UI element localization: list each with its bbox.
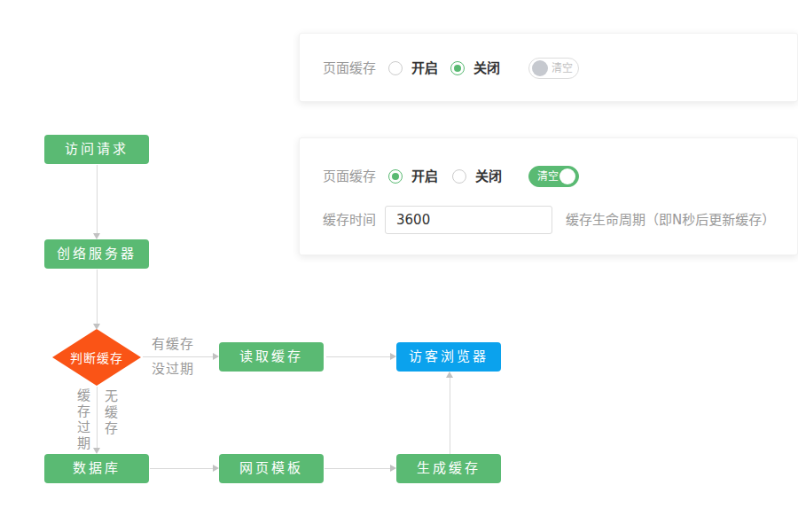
toggle-label: 清空	[537, 167, 559, 186]
radio-cache-off[interactable]: 关闭	[450, 59, 500, 77]
node-judge-cache: 判断缓存	[52, 329, 141, 386]
arrow-right-icon	[390, 465, 396, 472]
radio-cache-on[interactable]: 开启	[388, 168, 438, 185]
panel-page-cache-on: 页面缓存 开启 关闭 清空 缓存时间 缓存生命周期（即N秒后更新缓存）	[299, 137, 798, 255]
edge-label-has-cache: 有缓存	[152, 337, 194, 352]
page-cache-label: 页面缓存	[323, 59, 376, 77]
arrow-right-icon	[213, 353, 219, 360]
radio-label: 关闭	[475, 168, 502, 185]
node-visit-request: 访问请求	[44, 135, 149, 164]
node-read-cache: 读取缓存	[219, 342, 324, 372]
radio-circle-icon	[452, 169, 466, 184]
arrow-down-icon	[93, 233, 100, 239]
page-cache-label: 页面缓存	[323, 168, 376, 185]
node-generate-cache: 生成缓存	[396, 454, 501, 483]
edge-label-not-expired: 没过期	[152, 362, 194, 377]
radio-circle-icon	[450, 61, 465, 75]
connector-line	[97, 270, 98, 325]
radio-circle-icon	[388, 169, 403, 184]
arrow-down-icon	[93, 324, 100, 330]
arrow-down-icon	[93, 448, 100, 454]
node-server: 创络服务器	[44, 239, 149, 269]
connector-line	[325, 468, 391, 469]
connector-line	[97, 387, 98, 449]
node-web-template: 网页模板	[219, 454, 324, 483]
radio-cache-off[interactable]: 关闭	[452, 168, 502, 185]
radio-label: 关闭	[473, 59, 500, 77]
panel-page-cache-off: 页面缓存 开启 关闭 清空	[299, 33, 798, 102]
clear-cache-toggle[interactable]: 清空	[528, 58, 579, 79]
connector-line	[450, 378, 450, 454]
radio-label: 开启	[411, 168, 438, 185]
node-visitor-browser: 访客浏览器	[396, 342, 501, 372]
node-database: 数据库	[44, 454, 149, 483]
toggle-knob-icon	[559, 168, 575, 184]
arrow-right-icon	[390, 353, 396, 360]
edge-label-expired: 缓存过期	[74, 388, 90, 452]
cache-time-input[interactable]	[385, 206, 552, 234]
radio-cache-on[interactable]: 开启	[388, 59, 438, 77]
connector-line	[143, 356, 214, 357]
arrow-right-icon	[213, 465, 219, 472]
arrow-up-icon	[446, 372, 453, 378]
cache-time-hint: 缓存生命周期（即N秒后更新缓存）	[566, 211, 775, 229]
cache-time-label: 缓存时间	[323, 211, 376, 229]
connector-line	[97, 165, 98, 234]
connector-line	[326, 356, 391, 357]
toggle-label: 清空	[552, 59, 573, 78]
edge-label-no-cache: 无缓存	[102, 389, 118, 437]
radio-label: 开启	[411, 59, 438, 77]
toggle-knob-icon	[532, 60, 548, 76]
clear-cache-toggle[interactable]: 清空	[528, 166, 579, 187]
radio-circle-icon	[388, 61, 403, 75]
connector-line	[150, 468, 214, 469]
